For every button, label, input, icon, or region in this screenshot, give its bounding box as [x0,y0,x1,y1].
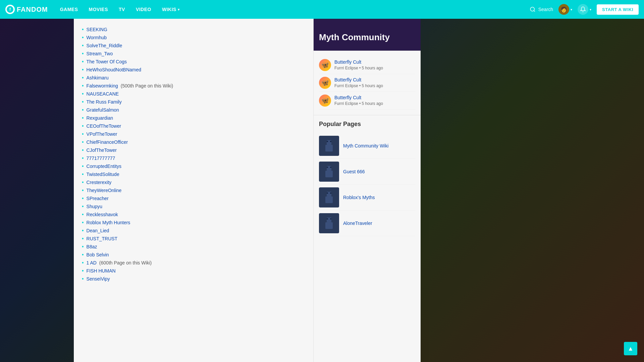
list-item: RUST_TRUST [82,235,305,243]
content-link[interactable]: RUST_TRUST [87,236,118,241]
content-link[interactable]: Dean_Lied [87,228,109,233]
scroll-to-top-button[interactable]: ▲ [624,342,637,355]
popular-thumb [319,136,339,156]
list-item: HeWhoShoudNotBNamed [82,66,305,74]
fandom-logo-icon: f [5,5,15,14]
content-link[interactable]: FISH HUMAN [87,268,116,274]
popular-item[interactable]: Guest 666 [319,159,415,185]
list-item: CJofTheTower [82,146,305,154]
svg-line-3 [534,10,535,11]
popular-pages-title: Popular Pages [319,121,415,128]
search-bar[interactable]: Search [530,6,553,12]
page-wrapper: SEEKINGWormhubSolveThe_RiddleStream_TwoT… [0,19,644,362]
activity-link[interactable]: Butterfly Cult [334,95,415,100]
popular-item[interactable]: Myth Community Wiki [319,133,415,159]
content-link[interactable]: 1 AD [87,260,97,265]
list-item: 77717777777 [82,154,305,162]
content-link[interactable]: Recklesshavok [87,212,118,217]
content-link[interactable]: The Russ Family [87,99,122,105]
svg-rect-11 [325,171,333,177]
content-link[interactable]: 77717777777 [87,156,115,161]
content-link[interactable]: SolveThe_Riddle [87,43,122,48]
content-link[interactable]: CJofTheTower [87,147,117,153]
nav-games[interactable]: GAMES [56,4,82,15]
svg-rect-23 [330,218,331,220]
activity-avatar: 🦋 [319,95,331,107]
svg-rect-8 [330,141,331,142]
search-label: Search [538,7,553,12]
content-link[interactable]: TwistedSolitude [87,172,119,177]
content-link[interactable]: Ashkimaru [87,75,109,80]
nav-movies[interactable]: MOVIES [85,4,112,15]
content-link[interactable]: CorruptedEntitys [87,164,121,169]
content-link[interactable]: The Tower Of Cogs [87,59,127,64]
content-link[interactable]: Bob Selvin [87,252,109,257]
svg-rect-21 [325,222,333,229]
list-item: Wormhub [82,34,305,42]
list-item: Stream_Two [82,50,305,58]
list-item: CorruptedEntitys [82,162,305,170]
nav-right: Search 🧑 ▾ ▾ START A WIKI [530,4,639,15]
list-item: Shupyu [82,202,305,210]
user-chevron-icon: ▾ [571,8,572,11]
notif-chevron-icon: ▾ [590,8,591,11]
list-item: SPreacher [82,194,305,202]
content-link[interactable]: Roblox Myth Hunters [87,220,130,225]
start-wiki-button[interactable]: START A WIKI [597,4,639,15]
nav-tv[interactable]: TV [115,4,129,15]
popular-item-name: Roblox's Myths [343,195,375,200]
content-list: SEEKINGWormhubSolveThe_RiddleStream_TwoT… [82,25,305,283]
popular-item[interactable]: Roblox's Myths [319,185,415,210]
list-item: Rexguardian [82,114,305,122]
popular-item-name: Guest 666 [343,169,365,174]
content-link[interactable]: SEEKING [87,27,107,32]
list-item: TwistedSolitude [82,170,305,178]
content-link[interactable]: SPreacher [87,196,109,201]
myth-community-title: Myth Community [319,32,415,43]
notifications[interactable]: ▾ [578,4,591,15]
list-item: ChiefFinanceOfficer [82,138,305,146]
fandom-logo-text: FANDOM [17,6,48,13]
activity-avatar: 🦋 [319,59,331,71]
content-link[interactable]: SenseiVipy [87,276,110,282]
activity-link[interactable]: Butterfly Cult [334,59,415,65]
content-link[interactable]: CEOofTheTower [87,123,121,129]
list-item: The Tower Of Cogs [82,58,305,66]
search-icon [530,6,536,12]
svg-rect-22 [327,218,328,220]
content-link[interactable]: Stream_Two [87,51,113,56]
svg-rect-18 [330,192,331,194]
fandom-logo[interactable]: f FANDOM [5,5,48,14]
content-link[interactable]: B8az [87,244,97,249]
user-menu[interactable]: 🧑 ▾ [558,4,572,15]
content-link[interactable]: HeWhoShoudNotBNamed [87,67,141,72]
list-item: NAUSEACANE [82,90,305,98]
content-link[interactable]: NAUSEACANE [87,91,119,97]
content-link[interactable]: GratefulSalmon [87,107,119,113]
far-right-background [421,19,644,362]
content-link[interactable]: Cresterexity [87,180,112,185]
list-item: TheyWereOnline [82,186,305,194]
svg-rect-13 [330,167,331,168]
popular-pages-section: Popular Pages Myth Community Wiki Guest … [314,115,421,242]
content-link[interactable]: ChiefFinanceOfficer [87,139,128,145]
content-link[interactable]: TheyWereOnline [87,188,122,193]
popular-item[interactable]: AloneTraveler [319,210,415,236]
nav-wikis[interactable]: WIKIS ▾ [158,4,183,15]
list-item: VPofTheTower [82,130,305,138]
content-link[interactable]: VPofTheTower [87,131,117,137]
activity-link[interactable]: Butterfly Cult [334,77,415,82]
content-link[interactable]: Wormhub [87,35,107,40]
content-link[interactable]: Shupyu [87,204,102,209]
nav-video[interactable]: VIDEO [132,4,155,15]
nav-links: GAMES MOVIES TV VIDEO WIKIS ▾ [56,4,522,15]
svg-rect-17 [327,192,328,194]
list-item: The Russ Family [82,98,305,106]
popular-item-name: Myth Community Wiki [343,143,388,148]
content-link[interactable]: Falsewormking [87,83,118,88]
list-item: Dean_Lied [82,227,305,235]
activity-meta: Furrri Eclipse • 5 hours ago [334,101,383,106]
content-link[interactable]: Rexguardian [87,115,113,121]
list-item: Roblox Myth Hunters [82,219,305,227]
svg-point-2 [530,7,534,11]
